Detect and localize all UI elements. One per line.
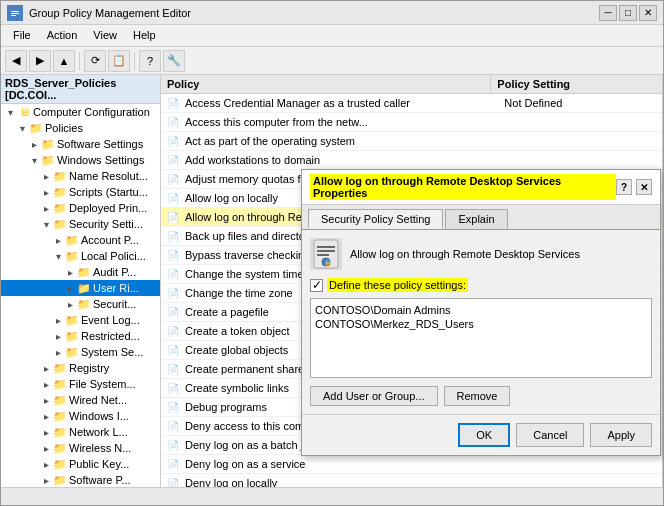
menu-action[interactable]: Action [39, 27, 86, 44]
policy-row[interactable]: 📄Act as part of the operating system [161, 132, 662, 151]
tree-expand-icon[interactable]: ▸ [39, 377, 53, 391]
add-user-button[interactable]: Add User or Group... [310, 386, 438, 406]
tree-node[interactable]: ▸📁Registry [1, 360, 160, 376]
tree-expand-icon[interactable]: ▸ [39, 457, 53, 471]
tree-label: Audit P... [93, 266, 136, 278]
tree-node[interactable]: ▾🖥Computer Configuration [1, 104, 160, 120]
dialog-close-button[interactable]: ✕ [636, 179, 652, 195]
tree-node[interactable]: ▸📁Public Key... [1, 456, 160, 472]
policy-row[interactable]: 📄Add workstations to domain [161, 151, 662, 170]
svg-rect-5 [317, 246, 335, 248]
remove-button[interactable]: Remove [444, 386, 511, 406]
tree-expand-icon[interactable]: ▾ [39, 217, 53, 231]
menu-view[interactable]: View [85, 27, 125, 44]
tree-label: Software P... [69, 474, 131, 486]
menu-help[interactable]: Help [125, 27, 164, 44]
tree-expand-icon[interactable]: ▸ [39, 393, 53, 407]
tab-explain[interactable]: Explain [445, 209, 507, 229]
member-row[interactable]: CONTOSO\Merkez_RDS_Users [315, 317, 647, 331]
tree-node[interactable]: ▸📁Windows I... [1, 408, 160, 424]
tree-expand-icon[interactable]: ▾ [3, 105, 17, 119]
tree-label: Policies [45, 122, 83, 134]
tree-node[interactable]: ▾📁Local Polici... [1, 248, 160, 264]
cancel-button[interactable]: Cancel [516, 423, 584, 447]
tree-expand-icon[interactable]: ▸ [51, 313, 65, 327]
apply-button[interactable]: Apply [590, 423, 652, 447]
define-checkbox[interactable]: ✓ [310, 279, 323, 292]
tree-expand-icon[interactable]: ▸ [39, 425, 53, 439]
menu-file[interactable]: File [5, 27, 39, 44]
tree-expand-icon[interactable]: ▸ [39, 409, 53, 423]
tree-label: Registry [69, 362, 109, 374]
tree-expand-icon[interactable]: ▾ [27, 153, 41, 167]
tree-expand-icon[interactable]: ▸ [51, 233, 65, 247]
tree-node[interactable]: ▾📁Windows Settings [1, 152, 160, 168]
tree-node[interactable]: ▾📁Policies [1, 120, 160, 136]
tree-node[interactable]: ▸📁Software Settings [1, 136, 160, 152]
close-button[interactable]: ✕ [639, 5, 657, 21]
tree-node[interactable]: ▸📁System Se... [1, 344, 160, 360]
tree-label: Event Log... [81, 314, 140, 326]
properties-dialog[interactable]: Allow log on through Remote Desktop Serv… [301, 169, 661, 456]
tree-expand-icon[interactable]: ▾ [15, 121, 29, 135]
tree-expand-icon[interactable]: ▾ [51, 249, 65, 263]
tree-node[interactable]: ▸📁Audit P... [1, 264, 160, 280]
tree-node[interactable]: ▸📁Wireless N... [1, 440, 160, 456]
tree-node[interactable]: ▸📁File System... [1, 376, 160, 392]
tree-node[interactable]: ▸📁Wired Net... [1, 392, 160, 408]
minimize-button[interactable]: ─ [599, 5, 617, 21]
tree-expand-icon[interactable]: ▸ [63, 265, 77, 279]
tree-label: Restricted... [81, 330, 140, 342]
tree-label: Computer Configuration [33, 106, 150, 118]
tree-node[interactable]: ▾📁Security Setti... [1, 216, 160, 232]
tree-expand-icon[interactable]: ▸ [51, 329, 65, 343]
tree-node[interactable]: ▸📁Network L... [1, 424, 160, 440]
tree-node[interactable]: ▸📁Event Log... [1, 312, 160, 328]
tree-expand-icon[interactable]: ▸ [39, 169, 53, 183]
dialog-policy-header: 🔒 Allow log on through Remote Desktop Se… [310, 238, 652, 270]
tree-node[interactable]: ▸📁Account P... [1, 232, 160, 248]
tree-node[interactable]: ▸📁Software P... [1, 472, 160, 487]
tree-expand-icon[interactable]: ▸ [63, 297, 77, 311]
policy-icon: 📄 [165, 437, 181, 453]
help-button[interactable]: ? [139, 50, 161, 72]
tree-expand-icon[interactable]: ▸ [39, 185, 53, 199]
tree-node[interactable]: ▸📁Securit... [1, 296, 160, 312]
tree-expand-icon[interactable]: ▸ [39, 441, 53, 455]
tree-expand-icon[interactable]: ▸ [27, 137, 41, 151]
ok-button[interactable]: OK [458, 423, 510, 447]
tree-node[interactable]: ▸📁Deployed Prin... [1, 200, 160, 216]
policy-icon: 📄 [165, 114, 181, 130]
forward-button[interactable]: ▶ [29, 50, 51, 72]
tree-node[interactable]: ▸📁Scripts (Startu... [1, 184, 160, 200]
policy-icon: 📄 [165, 228, 181, 244]
policy-row[interactable]: 📄Access this computer from the netw... [161, 113, 662, 132]
tree-expand-icon[interactable]: ▸ [63, 281, 77, 295]
maximize-button[interactable]: □ [619, 5, 637, 21]
folder-icon: 📁 [53, 441, 67, 455]
export-button[interactable]: 📋 [108, 50, 130, 72]
svg-rect-1 [11, 11, 19, 12]
folder-icon: 📁 [77, 265, 91, 279]
tree-expand-icon[interactable]: ▸ [39, 473, 53, 487]
svg-text:🔒: 🔒 [324, 259, 332, 267]
member-row[interactable]: CONTOSO\Domain Admins [315, 303, 647, 317]
tab-security-policy[interactable]: Security Policy Setting [308, 209, 443, 229]
dialog-help-button[interactable]: ? [616, 179, 632, 195]
policy-row[interactable]: 📄Deny log on locally [161, 474, 662, 487]
policy-row[interactable]: 📄Access Credential Manager as a trusted … [161, 94, 662, 113]
up-button[interactable]: ▲ [53, 50, 75, 72]
policy-row[interactable]: 📄Deny log on as a service [161, 455, 662, 474]
tree-expand-icon[interactable]: ▸ [39, 201, 53, 215]
tree-expand-icon[interactable]: ▸ [39, 361, 53, 375]
folder-icon: 📁 [53, 409, 67, 423]
tree-node[interactable]: ▸📁Name Resolut... [1, 168, 160, 184]
refresh-button[interactable]: ⟳ [84, 50, 106, 72]
tree-node[interactable]: ▸📁User Ri... [1, 280, 160, 296]
tree-node[interactable]: ▸📁Restricted... [1, 328, 160, 344]
folder-icon: 📁 [65, 329, 79, 343]
settings-button[interactable]: 🔧 [163, 50, 185, 72]
back-button[interactable]: ◀ [5, 50, 27, 72]
svg-rect-6 [317, 250, 335, 252]
tree-expand-icon[interactable]: ▸ [51, 345, 65, 359]
